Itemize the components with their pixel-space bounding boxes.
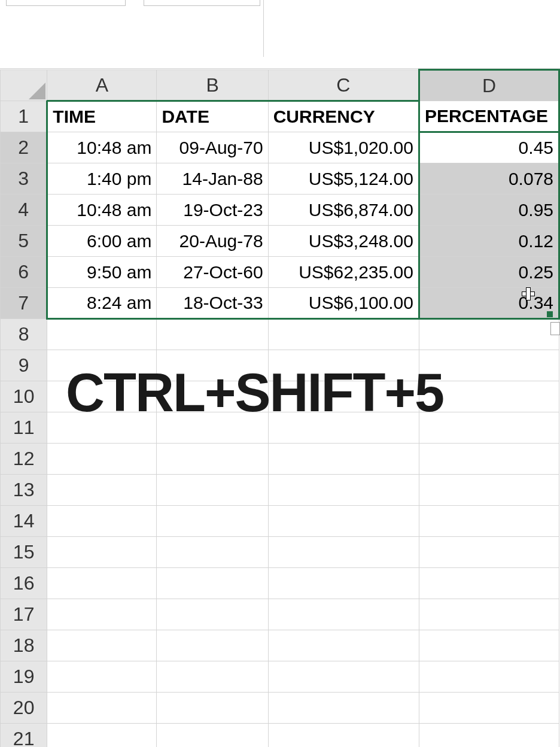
row-header-21[interactable]: 21 <box>1 724 47 748</box>
row-header-12[interactable]: 12 <box>1 444 47 475</box>
cell-c4[interactable]: US$6,874.00 <box>268 195 419 226</box>
cell-a12[interactable] <box>47 444 157 475</box>
cell-a21[interactable] <box>47 724 157 748</box>
cell-d3[interactable]: 0.078 <box>419 163 559 195</box>
cell-b12[interactable] <box>157 444 268 475</box>
row-header-10[interactable]: 10 <box>1 381 47 412</box>
cell-b4[interactable]: 19-Oct-23 <box>157 195 268 226</box>
cell-c15[interactable] <box>268 537 419 568</box>
row-header-3[interactable]: 3 <box>1 163 47 195</box>
column-header-c[interactable]: C <box>268 70 419 101</box>
cell-a8[interactable] <box>47 319 157 350</box>
cell-d5[interactable]: 0.12 <box>419 226 559 257</box>
ribbon-control-1[interactable] <box>6 0 126 6</box>
cell-d17[interactable] <box>419 599 559 630</box>
cell-c20[interactable] <box>268 693 419 724</box>
row-header-16[interactable]: 16 <box>1 568 47 599</box>
cell-b3[interactable]: 14-Jan-88 <box>157 163 268 195</box>
column-header-a[interactable]: A <box>47 70 157 101</box>
cell-d4[interactable]: 0.95 <box>419 195 559 226</box>
cell-b15[interactable] <box>157 537 268 568</box>
cell-b5[interactable]: 20-Aug-78 <box>157 226 268 257</box>
cell-c14[interactable] <box>268 506 419 537</box>
row-header-20[interactable]: 20 <box>1 693 47 724</box>
row-header-2[interactable]: 2 <box>1 132 47 163</box>
cell-c5[interactable]: US$3,248.00 <box>268 226 419 257</box>
cell-d19[interactable] <box>419 661 559 693</box>
cell-a3[interactable]: 1:40 pm <box>47 163 157 195</box>
row-header-7[interactable]: 7 <box>1 288 47 319</box>
cell-b7[interactable]: 18-Oct-33 <box>157 288 268 319</box>
cell-c8[interactable] <box>268 319 419 350</box>
cell-a13[interactable] <box>47 475 157 506</box>
cell-d1[interactable]: PERCENTAGE <box>419 101 559 132</box>
cell-d20[interactable] <box>419 693 559 724</box>
cell-b21[interactable] <box>157 724 268 748</box>
cell-d12[interactable] <box>419 444 559 475</box>
cell-b13[interactable] <box>157 475 268 506</box>
cell-d21[interactable] <box>419 724 559 748</box>
row-header-6[interactable]: 6 <box>1 257 47 288</box>
ribbon-control-2[interactable] <box>144 0 260 6</box>
row-header-5[interactable]: 5 <box>1 226 47 257</box>
cell-b17[interactable] <box>157 599 268 630</box>
row-header-19[interactable]: 19 <box>1 661 47 693</box>
cell-c3[interactable]: US$5,124.00 <box>268 163 419 195</box>
row-header-8[interactable]: 8 <box>1 319 47 350</box>
cell-d15[interactable] <box>419 537 559 568</box>
cell-a14[interactable] <box>47 506 157 537</box>
cell-d14[interactable] <box>419 506 559 537</box>
cell-b2[interactable]: 09-Aug-70 <box>157 132 268 163</box>
cell-b1[interactable]: DATE <box>157 101 268 132</box>
cell-d16[interactable] <box>419 568 559 599</box>
row-header-1[interactable]: 1 <box>1 101 47 132</box>
cell-a5[interactable]: 6:00 am <box>47 226 157 257</box>
cell-b20[interactable] <box>157 693 268 724</box>
row-header-18[interactable]: 18 <box>1 630 47 661</box>
cell-c6[interactable]: US$62,235.00 <box>268 257 419 288</box>
cell-b18[interactable] <box>157 630 268 661</box>
cell-d6[interactable]: 0.25 <box>419 257 559 288</box>
autofill-options-button[interactable] <box>550 322 560 335</box>
cell-a19[interactable] <box>47 661 157 693</box>
cell-b8[interactable] <box>157 319 268 350</box>
column-header-b[interactable]: B <box>157 70 268 101</box>
cell-c2[interactable]: US$1,020.00 <box>268 132 419 163</box>
cell-c7[interactable]: US$6,100.00 <box>268 288 419 319</box>
cell-c13[interactable] <box>268 475 419 506</box>
row-header-9[interactable]: 9 <box>1 350 47 381</box>
cell-b16[interactable] <box>157 568 268 599</box>
cell-d2[interactable]: 0.45 <box>419 132 559 163</box>
row-header-11[interactable]: 11 <box>1 412 47 444</box>
cell-a6[interactable]: 9:50 am <box>47 257 157 288</box>
cell-a15[interactable] <box>47 537 157 568</box>
row-header-13[interactable]: 13 <box>1 475 47 506</box>
cell-c12[interactable] <box>268 444 419 475</box>
column-header-d[interactable]: D <box>419 70 559 101</box>
cell-a7[interactable]: 8:24 am <box>47 288 157 319</box>
cell-d13[interactable] <box>419 475 559 506</box>
cell-a18[interactable] <box>47 630 157 661</box>
cell-b19[interactable] <box>157 661 268 693</box>
row-header-15[interactable]: 15 <box>1 537 47 568</box>
row-header-14[interactable]: 14 <box>1 506 47 537</box>
cell-d8[interactable] <box>419 319 559 350</box>
cell-d7[interactable]: 0.34 <box>419 288 559 319</box>
cell-d18[interactable] <box>419 630 559 661</box>
cell-b6[interactable]: 27-Oct-60 <box>157 257 268 288</box>
cell-a4[interactable]: 10:48 am <box>47 195 157 226</box>
cell-a20[interactable] <box>47 693 157 724</box>
cell-c17[interactable] <box>268 599 419 630</box>
cell-c19[interactable] <box>268 661 419 693</box>
cell-a2[interactable]: 10:48 am <box>47 132 157 163</box>
cell-a17[interactable] <box>47 599 157 630</box>
cell-c18[interactable] <box>268 630 419 661</box>
row-header-17[interactable]: 17 <box>1 599 47 630</box>
cell-c21[interactable] <box>268 724 419 748</box>
cell-c16[interactable] <box>268 568 419 599</box>
cell-c1[interactable]: CURRENCY <box>268 101 419 132</box>
cell-a16[interactable] <box>47 568 157 599</box>
fill-handle[interactable] <box>547 311 553 317</box>
cell-b14[interactable] <box>157 506 268 537</box>
row-header-4[interactable]: 4 <box>1 195 47 226</box>
